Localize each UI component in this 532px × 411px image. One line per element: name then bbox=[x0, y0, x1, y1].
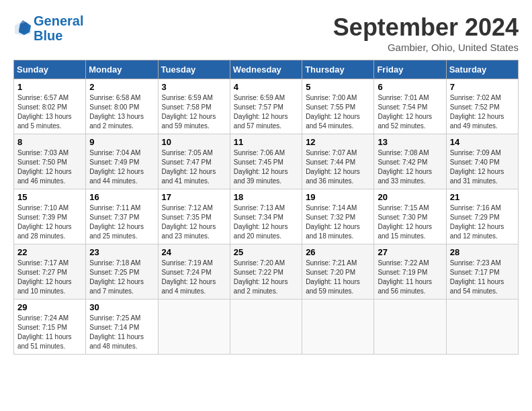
calendar-body: 1Sunrise: 6:57 AMSunset: 8:02 PMDaylight… bbox=[14, 79, 519, 355]
day-number: 19 bbox=[306, 192, 370, 202]
logo: General Blue bbox=[13, 13, 83, 43]
day-number: 5 bbox=[306, 82, 370, 92]
calendar-cell bbox=[446, 300, 518, 355]
day-number: 13 bbox=[378, 137, 442, 147]
calendar-header-row: SundayMondayTuesdayWednesdayThursdayFrid… bbox=[14, 60, 519, 79]
day-info: Sunrise: 7:20 AMSunset: 7:22 PMDaylight:… bbox=[234, 259, 298, 296]
calendar-cell: 1Sunrise: 6:57 AMSunset: 8:02 PMDaylight… bbox=[14, 79, 86, 134]
calendar-cell: 2Sunrise: 6:58 AMSunset: 8:00 PMDaylight… bbox=[86, 79, 158, 134]
day-number: 10 bbox=[162, 137, 226, 147]
day-number: 16 bbox=[89, 192, 154, 202]
day-number: 8 bbox=[17, 137, 82, 147]
calendar-cell: 23Sunrise: 7:18 AMSunset: 7:25 PMDayligh… bbox=[86, 244, 158, 300]
calendar-day-header: Thursday bbox=[302, 60, 374, 79]
page-header: General Blue September 2024 Gambier, Ohi… bbox=[13, 13, 519, 53]
day-number: 25 bbox=[234, 247, 298, 257]
day-info: Sunrise: 7:21 AMSunset: 7:20 PMDaylight:… bbox=[306, 259, 370, 296]
calendar-day-header: Sunday bbox=[14, 60, 86, 79]
calendar-cell bbox=[374, 300, 446, 355]
calendar-day-header: Wednesday bbox=[230, 60, 302, 79]
day-number: 28 bbox=[450, 247, 515, 257]
day-info: Sunrise: 6:58 AMSunset: 8:00 PMDaylight:… bbox=[89, 93, 154, 131]
calendar-day-header: Saturday bbox=[446, 60, 518, 79]
day-number: 22 bbox=[17, 247, 82, 257]
day-info: Sunrise: 7:01 AMSunset: 7:54 PMDaylight:… bbox=[378, 93, 442, 131]
day-number: 7 bbox=[450, 82, 515, 92]
day-info: Sunrise: 7:03 AMSunset: 7:50 PMDaylight:… bbox=[17, 148, 82, 186]
calendar-day-header: Tuesday bbox=[158, 60, 230, 79]
calendar-table: SundayMondayTuesdayWednesdayThursdayFrid… bbox=[13, 60, 519, 355]
day-info: Sunrise: 7:13 AMSunset: 7:34 PMDaylight:… bbox=[234, 203, 298, 241]
day-number: 9 bbox=[89, 137, 154, 147]
calendar-cell: 24Sunrise: 7:19 AMSunset: 7:24 PMDayligh… bbox=[158, 244, 230, 300]
calendar-cell: 28Sunrise: 7:23 AMSunset: 7:17 PMDayligh… bbox=[446, 244, 518, 300]
calendar-week-row: 29Sunrise: 7:24 AMSunset: 7:15 PMDayligh… bbox=[14, 300, 519, 355]
day-info: Sunrise: 7:25 AMSunset: 7:14 PMDaylight:… bbox=[89, 314, 154, 351]
calendar-cell: 7Sunrise: 7:02 AMSunset: 7:52 PMDaylight… bbox=[446, 79, 518, 134]
day-info: Sunrise: 7:23 AMSunset: 7:17 PMDaylight:… bbox=[450, 259, 515, 296]
day-number: 1 bbox=[17, 82, 82, 92]
day-info: Sunrise: 7:04 AMSunset: 7:49 PMDaylight:… bbox=[89, 148, 154, 186]
day-number: 20 bbox=[378, 192, 442, 202]
day-info: Sunrise: 7:06 AMSunset: 7:45 PMDaylight:… bbox=[234, 148, 298, 186]
day-info: Sunrise: 7:19 AMSunset: 7:24 PMDaylight:… bbox=[162, 259, 226, 296]
calendar-cell: 15Sunrise: 7:10 AMSunset: 7:39 PMDayligh… bbox=[14, 189, 86, 244]
calendar-cell bbox=[230, 300, 302, 355]
calendar-week-row: 8Sunrise: 7:03 AMSunset: 7:50 PMDaylight… bbox=[14, 134, 519, 189]
calendar-cell: 10Sunrise: 7:05 AMSunset: 7:47 PMDayligh… bbox=[158, 134, 230, 189]
day-info: Sunrise: 7:05 AMSunset: 7:47 PMDaylight:… bbox=[162, 148, 226, 186]
calendar-cell bbox=[158, 300, 230, 355]
calendar-day-header: Friday bbox=[374, 60, 446, 79]
day-number: 2 bbox=[89, 82, 154, 92]
title-area: September 2024 Gambier, Ohio, United Sta… bbox=[333, 13, 519, 53]
day-number: 15 bbox=[17, 192, 82, 202]
day-number: 14 bbox=[450, 137, 515, 147]
calendar-cell: 4Sunrise: 6:59 AMSunset: 7:57 PMDaylight… bbox=[230, 79, 302, 134]
calendar-cell: 12Sunrise: 7:07 AMSunset: 7:44 PMDayligh… bbox=[302, 134, 374, 189]
calendar-week-row: 1Sunrise: 6:57 AMSunset: 8:02 PMDaylight… bbox=[14, 79, 519, 134]
day-number: 4 bbox=[234, 82, 298, 92]
day-number: 27 bbox=[378, 247, 442, 257]
day-info: Sunrise: 7:09 AMSunset: 7:40 PMDaylight:… bbox=[450, 148, 515, 186]
day-number: 30 bbox=[89, 302, 154, 312]
calendar-day-header: Monday bbox=[86, 60, 158, 79]
day-info: Sunrise: 7:16 AMSunset: 7:29 PMDaylight:… bbox=[450, 203, 515, 241]
logo-line2: Blue bbox=[34, 28, 83, 43]
day-number: 11 bbox=[234, 137, 298, 147]
calendar-cell: 3Sunrise: 6:59 AMSunset: 7:58 PMDaylight… bbox=[158, 79, 230, 134]
day-info: Sunrise: 7:18 AMSunset: 7:25 PMDaylight:… bbox=[89, 259, 154, 296]
calendar-cell: 16Sunrise: 7:11 AMSunset: 7:37 PMDayligh… bbox=[86, 189, 158, 244]
calendar-cell: 19Sunrise: 7:14 AMSunset: 7:32 PMDayligh… bbox=[302, 189, 374, 244]
logo-icon bbox=[13, 19, 32, 38]
calendar-cell: 11Sunrise: 7:06 AMSunset: 7:45 PMDayligh… bbox=[230, 134, 302, 189]
calendar-cell: 26Sunrise: 7:21 AMSunset: 7:20 PMDayligh… bbox=[302, 244, 374, 300]
calendar-cell: 5Sunrise: 7:00 AMSunset: 7:55 PMDaylight… bbox=[302, 79, 374, 134]
calendar-cell: 13Sunrise: 7:08 AMSunset: 7:42 PMDayligh… bbox=[374, 134, 446, 189]
calendar-cell: 27Sunrise: 7:22 AMSunset: 7:19 PMDayligh… bbox=[374, 244, 446, 300]
day-number: 18 bbox=[234, 192, 298, 202]
calendar-cell: 20Sunrise: 7:15 AMSunset: 7:30 PMDayligh… bbox=[374, 189, 446, 244]
day-info: Sunrise: 7:10 AMSunset: 7:39 PMDaylight:… bbox=[17, 203, 82, 241]
day-number: 12 bbox=[306, 137, 370, 147]
page-title: September 2024 bbox=[333, 13, 519, 42]
day-number: 26 bbox=[306, 247, 370, 257]
day-info: Sunrise: 6:59 AMSunset: 7:57 PMDaylight:… bbox=[234, 93, 298, 131]
day-info: Sunrise: 7:08 AMSunset: 7:42 PMDaylight:… bbox=[378, 148, 442, 186]
calendar-cell: 9Sunrise: 7:04 AMSunset: 7:49 PMDaylight… bbox=[86, 134, 158, 189]
calendar-cell: 21Sunrise: 7:16 AMSunset: 7:29 PMDayligh… bbox=[446, 189, 518, 244]
calendar-cell: 30Sunrise: 7:25 AMSunset: 7:14 PMDayligh… bbox=[86, 300, 158, 355]
day-number: 3 bbox=[162, 82, 226, 92]
calendar-cell: 17Sunrise: 7:12 AMSunset: 7:35 PMDayligh… bbox=[158, 189, 230, 244]
calendar-week-row: 22Sunrise: 7:17 AMSunset: 7:27 PMDayligh… bbox=[14, 244, 519, 300]
day-number: 6 bbox=[378, 82, 442, 92]
calendar-cell: 18Sunrise: 7:13 AMSunset: 7:34 PMDayligh… bbox=[230, 189, 302, 244]
day-info: Sunrise: 7:11 AMSunset: 7:37 PMDaylight:… bbox=[89, 203, 154, 241]
day-number: 24 bbox=[162, 247, 226, 257]
day-number: 23 bbox=[89, 247, 154, 257]
day-info: Sunrise: 7:15 AMSunset: 7:30 PMDaylight:… bbox=[378, 203, 442, 241]
day-info: Sunrise: 7:07 AMSunset: 7:44 PMDaylight:… bbox=[306, 148, 370, 186]
calendar-cell: 14Sunrise: 7:09 AMSunset: 7:40 PMDayligh… bbox=[446, 134, 518, 189]
calendar-cell: 25Sunrise: 7:20 AMSunset: 7:22 PMDayligh… bbox=[230, 244, 302, 300]
day-info: Sunrise: 7:12 AMSunset: 7:35 PMDaylight:… bbox=[162, 203, 226, 241]
calendar-cell: 8Sunrise: 7:03 AMSunset: 7:50 PMDaylight… bbox=[14, 134, 86, 189]
